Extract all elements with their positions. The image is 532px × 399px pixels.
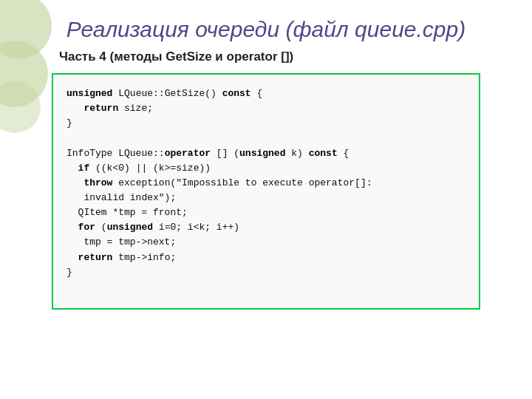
code-line-12: } [66,265,466,280]
code-line-5: if ((k<0) || (k>=size)) [66,161,466,176]
code-line-6: throw exception("Impossible to execute o… [66,176,466,191]
slide-subtitle: Часть 4 (методы GetSize и operator []) [0,50,532,73]
decorative-circles [0,0,59,118]
code-line-1: unsigned LQueue::GetSize() const { [66,86,466,101]
code-line-7: invalid index"); [66,191,466,205]
code-block: unsigned LQueue::GetSize() const { retur… [52,73,480,310]
slide-title: Реализация очереди (файл queue.cpp) [0,0,532,50]
code-line-10: tmp = tmp->next; [66,235,466,250]
code-line-2: return size; [66,101,466,116]
code-line-3: } [66,116,466,131]
code-line-4: InfoType LQueue::operator [] (unsigned k… [66,146,466,161]
code-line-11: return tmp->info; [66,250,466,265]
slide: Реализация очереди (файл queue.cpp) Част… [0,0,532,399]
code-line-9: for (unsigned i=0; i<k; i++) [66,220,466,235]
code-line-8: QItem *tmp = front; [66,205,466,220]
code-empty-1 [66,131,466,146]
